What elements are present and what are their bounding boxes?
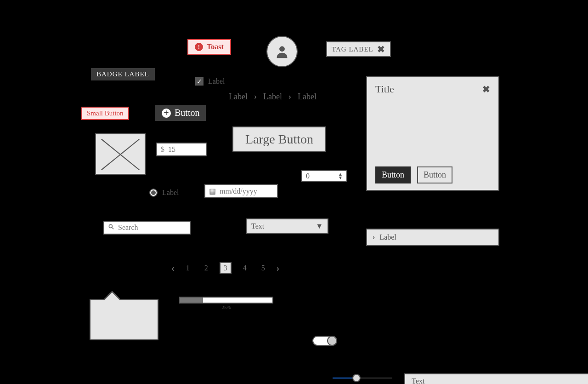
- toggle-switch[interactable]: [312, 336, 337, 346]
- toggle-knob: [327, 336, 337, 346]
- dialog: Title ✖ Button Button: [366, 76, 499, 191]
- calendar-icon: ▦: [209, 187, 216, 195]
- breadcrumb-item[interactable]: Label: [263, 92, 282, 102]
- alert-icon: !: [195, 43, 203, 51]
- date-placeholder: mm/dd/yyyy: [220, 187, 257, 195]
- user-icon: [274, 44, 290, 59]
- large-button[interactable]: Large Button: [232, 126, 326, 152]
- dialog-secondary-button[interactable]: Button: [417, 166, 452, 183]
- small-button-label: Small Button: [87, 109, 124, 117]
- chevron-right-icon[interactable]: ›: [277, 263, 280, 274]
- icon-button-label: Button: [175, 108, 199, 118]
- badge: BADGE LABEL: [91, 68, 155, 80]
- tag-label: TAG LABEL: [332, 46, 373, 53]
- page-number[interactable]: 4: [240, 263, 250, 273]
- progress-fill: [180, 298, 203, 303]
- stepper-arrows[interactable]: ▲ ▼: [338, 172, 343, 180]
- breadcrumb-item[interactable]: Label: [298, 92, 317, 102]
- tooltip-label: Text: [412, 377, 424, 384]
- chevron-right-icon: ›: [373, 233, 375, 241]
- dialog-primary-label: Button: [382, 170, 404, 179]
- check-icon: ✓: [195, 77, 204, 86]
- currency-input[interactable]: $ 15: [156, 143, 207, 156]
- search-input[interactable]: Search: [103, 221, 191, 235]
- select-value: Text: [251, 222, 264, 230]
- small-button[interactable]: Small Button: [81, 107, 129, 120]
- select-dropdown[interactable]: Text ▼: [246, 218, 328, 234]
- radio[interactable]: Label: [149, 189, 179, 197]
- page-number[interactable]: 1: [183, 263, 193, 273]
- tooltip: Text: [404, 373, 588, 384]
- dollar-icon: $: [161, 145, 164, 154]
- caret-down-icon: ▼: [316, 222, 323, 230]
- accordion-label: Label: [379, 233, 396, 241]
- dialog-secondary-label: Button: [424, 170, 446, 179]
- page-number[interactable]: 2: [201, 263, 211, 273]
- radio-dot-icon: [149, 189, 158, 197]
- chevron-right-icon: ›: [254, 92, 257, 102]
- dialog-primary-button[interactable]: Button: [375, 166, 411, 183]
- accordion-row[interactable]: › Label: [366, 229, 499, 246]
- avatar[interactable]: [266, 36, 298, 67]
- chevron-right-icon: ›: [288, 92, 291, 102]
- popover: [90, 299, 158, 340]
- icon-button[interactable]: + Button: [155, 105, 206, 121]
- page-number[interactable]: 5: [258, 263, 268, 273]
- large-button-label: Large Button: [245, 132, 313, 146]
- chevron-left-icon[interactable]: ‹: [171, 263, 175, 274]
- badge-label: BADGE LABEL: [96, 70, 149, 78]
- search-placeholder: Search: [118, 224, 138, 232]
- svg-point-1: [109, 224, 112, 228]
- breadcrumb: Label › Label › Label: [229, 92, 317, 102]
- tag-chip[interactable]: TAG LABEL ✖: [326, 41, 391, 57]
- stepper-value: 0: [306, 172, 310, 180]
- caret-down-icon[interactable]: ▼: [338, 176, 343, 180]
- number-stepper[interactable]: 0 ▲ ▼: [301, 170, 347, 182]
- slider-knob[interactable]: [352, 374, 361, 382]
- currency-value: 15: [168, 145, 175, 154]
- checkbox-label: Label: [208, 77, 225, 86]
- plus-circle-icon: +: [162, 109, 171, 118]
- breadcrumb-item[interactable]: Label: [229, 92, 248, 102]
- slider[interactable]: [333, 373, 392, 383]
- checkbox[interactable]: ✓ Label: [195, 77, 225, 86]
- progress-bar: 25%: [179, 297, 273, 310]
- svg-point-0: [279, 46, 285, 52]
- image-placeholder: [95, 133, 146, 175]
- close-icon[interactable]: ✖: [377, 44, 385, 55]
- svg-line-2: [112, 228, 114, 229]
- close-icon[interactable]: ✖: [482, 84, 490, 95]
- dialog-title: Title: [375, 83, 394, 95]
- progress-track: [179, 297, 273, 304]
- progress-label: 25%: [221, 304, 231, 310]
- search-icon: [108, 224, 114, 232]
- date-input[interactable]: ▦ mm/dd/yyyy: [204, 184, 278, 198]
- toast-label: Toast: [207, 43, 224, 51]
- pagination: ‹ 1 2 3 4 5 ›: [171, 262, 279, 274]
- page-number-current[interactable]: 3: [220, 262, 232, 274]
- radio-label: Label: [162, 189, 179, 197]
- toast-alert: ! Toast: [187, 39, 231, 55]
